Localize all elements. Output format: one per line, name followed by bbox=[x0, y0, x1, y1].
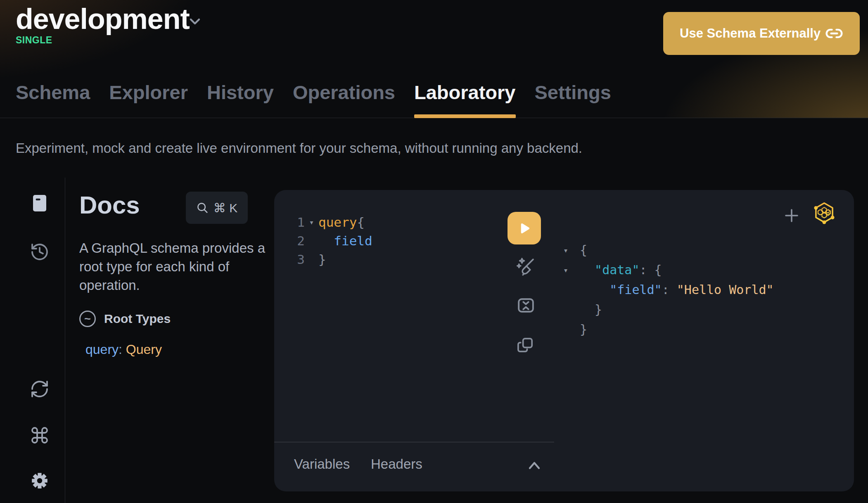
rail-divider bbox=[65, 178, 65, 503]
reload-schema-icon[interactable] bbox=[30, 379, 50, 399]
line-number: 1 bbox=[292, 213, 305, 232]
response-viewer: ▾ { ▾ "data": { "field": "Hello World" }… bbox=[563, 240, 774, 339]
docs-search-shortcut: ⌘ K bbox=[213, 201, 237, 215]
docs-intro-text: A GraphQL schema provides a root type fo… bbox=[79, 239, 270, 294]
root-types-section: ~ Root Types bbox=[79, 311, 171, 327]
play-icon bbox=[517, 221, 532, 236]
response-line-3: "field": "Hello World" bbox=[563, 280, 774, 300]
root-type-query-row: query: Query bbox=[85, 342, 162, 357]
response-line-5: } bbox=[563, 320, 774, 339]
target-selector-chevron-down-icon[interactable] bbox=[187, 13, 203, 30]
page-header: development SINGLE Use Schema Externally… bbox=[0, 0, 868, 118]
code-text: } bbox=[580, 300, 602, 320]
merge-fragments-icon[interactable] bbox=[516, 295, 536, 316]
page-subtitle: Experiment, mock and create live environ… bbox=[16, 140, 582, 156]
prettify-query-icon[interactable] bbox=[515, 255, 537, 278]
root-types-icon: ~ bbox=[79, 311, 96, 327]
code-text: query{ bbox=[318, 213, 365, 232]
docs-search-button[interactable]: ⌘ K bbox=[186, 192, 248, 224]
copy-query-icon[interactable] bbox=[516, 335, 535, 355]
tab-variables[interactable]: Variables bbox=[294, 456, 350, 472]
code-text: "field": "Hello World" bbox=[580, 280, 774, 300]
response-line-2: ▾ "data": { bbox=[563, 260, 774, 280]
graphiql-panel: 1 ▾ query{ 2 field 3 } bbox=[274, 190, 854, 491]
root-type-name[interactable]: query bbox=[85, 342, 119, 357]
line-number: 3 bbox=[292, 250, 305, 269]
response-line-4: } bbox=[563, 300, 774, 320]
code-text: "data": { bbox=[580, 260, 662, 280]
link-icon bbox=[825, 24, 843, 43]
editor-footer-divider bbox=[274, 442, 554, 442]
tab-headers[interactable]: Headers bbox=[371, 456, 422, 472]
code-text: field bbox=[318, 232, 372, 250]
response-line-1: ▾ { bbox=[563, 240, 774, 260]
settings-gear-icon[interactable] bbox=[30, 471, 50, 491]
root-type-link[interactable]: Query bbox=[126, 342, 162, 357]
code-text: } bbox=[318, 250, 326, 269]
collapse-footer-chevron-up-icon[interactable] bbox=[525, 458, 543, 472]
env-badge: SINGLE bbox=[16, 35, 52, 46]
tab-history[interactable]: History bbox=[207, 81, 274, 118]
collapse-triangle-icon[interactable]: ▾ bbox=[563, 260, 580, 280]
line-number: 2 bbox=[292, 232, 305, 250]
active-tab-underline bbox=[414, 114, 516, 118]
editor-line-3: 3 } bbox=[292, 250, 372, 269]
tab-schema[interactable]: Schema bbox=[16, 81, 90, 118]
tab-operations[interactable]: Operations bbox=[293, 81, 395, 118]
code-text: } bbox=[580, 320, 587, 339]
collapse-triangle-icon[interactable]: ▾ bbox=[305, 213, 318, 232]
docs-book-icon[interactable] bbox=[30, 193, 50, 213]
tab-explorer[interactable]: Explorer bbox=[109, 81, 188, 118]
search-icon bbox=[196, 202, 209, 214]
add-tab-plus-icon[interactable] bbox=[782, 206, 802, 225]
keyboard-shortcuts-icon[interactable] bbox=[30, 425, 50, 445]
execute-query-button[interactable] bbox=[508, 212, 541, 244]
history-icon[interactable] bbox=[30, 242, 50, 262]
laboratory-page: development SINGLE Use Schema Externally… bbox=[0, 0, 868, 503]
root-type-colon: : bbox=[119, 342, 126, 357]
hive-logo-icon[interactable] bbox=[812, 200, 836, 225]
docs-title: Docs bbox=[79, 191, 140, 219]
use-schema-externally-button[interactable]: Use Schema Externally bbox=[663, 12, 860, 55]
tab-settings[interactable]: Settings bbox=[535, 81, 611, 118]
editor-line-1: 1 ▾ query{ bbox=[292, 213, 372, 232]
query-editor[interactable]: 1 ▾ query{ 2 field 3 } bbox=[292, 213, 372, 269]
collapse-triangle-icon[interactable]: ▾ bbox=[563, 240, 580, 260]
target-title: development bbox=[16, 2, 190, 36]
root-types-label: Root Types bbox=[104, 312, 171, 326]
tab-laboratory[interactable]: Laboratory bbox=[414, 81, 516, 118]
use-schema-externally-label: Use Schema Externally bbox=[680, 26, 821, 41]
nav-tabs: Schema Explorer History Operations Labor… bbox=[16, 81, 611, 118]
editor-line-2: 2 field bbox=[292, 232, 372, 250]
